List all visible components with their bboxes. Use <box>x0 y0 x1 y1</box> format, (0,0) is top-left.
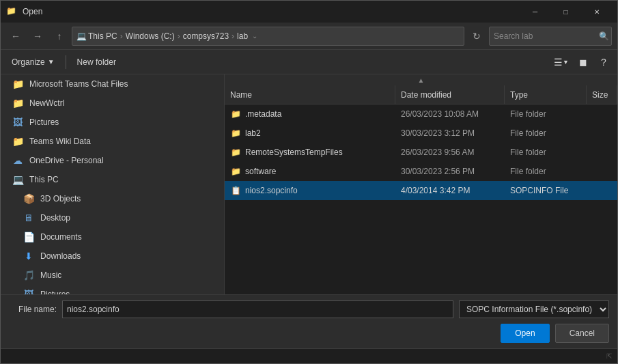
new-folder-button[interactable]: New folder <box>72 54 122 70</box>
breadcrumb-compsys: compsys723 <box>183 31 229 41</box>
filename-input[interactable] <box>62 300 453 318</box>
file-type-cell: File folder <box>505 124 587 143</box>
sidebar-item-label: Teams Wiki Data <box>29 137 91 146</box>
help-button[interactable]: ? <box>595 54 612 70</box>
wiki-icon: 📁 <box>12 135 24 148</box>
filename-row: File name: SOPC Information File (*.sopc… <box>9 300 609 318</box>
up-button[interactable]: ↑ <box>50 27 69 46</box>
back-button[interactable]: ← <box>6 27 25 46</box>
sidebar-item-newwctrl[interactable]: 📁 NewWctrl <box>1 94 224 113</box>
sidebar-item-this-pc[interactable]: 💻 This PC <box>1 170 224 189</box>
music-icon: 🎵 <box>23 269 35 281</box>
sidebar-item-desktop[interactable]: 🖥 Desktop <box>1 208 224 227</box>
file-icon: 📋 <box>230 185 241 196</box>
breadcrumb-thispc: This PC <box>88 31 117 41</box>
pictures-icon: 🖼 <box>23 288 35 294</box>
sidebar-item-label: Downloads <box>40 251 81 261</box>
sidebar-item-label: Documents <box>40 232 82 242</box>
sidebar-item-pictures-quick[interactable]: 🖼 Pictures <box>1 113 224 132</box>
filetype-select[interactable]: SOPC Information File (*.sopcinfo) All F… <box>459 300 609 318</box>
sidebar-item-3d-objects[interactable]: 📦 3D Objects <box>1 189 224 208</box>
organize-button[interactable]: Organize ▼ <box>6 54 60 70</box>
toolbar-separator <box>66 55 66 69</box>
file-list: 📁 .metadata 26/03/2023 10:08 AM File fol… <box>225 104 617 294</box>
file-name-cell: 📁 lab2 <box>225 124 395 143</box>
breadcrumb[interactable]: 💻 This PC › Windows (C:) › compsys723 › … <box>72 27 464 46</box>
file-date-cell: 30/03/2023 2:56 PM <box>395 162 505 181</box>
open-dialog: 📁 Open ─ □ ✕ ← → ↑ 💻 This PC › Windows (… <box>0 0 618 364</box>
file-date-cell: 26/03/2023 10:08 AM <box>395 104 505 124</box>
folder-icon: 📁 <box>230 147 241 158</box>
toolbar: Organize ▼ New folder ☰ ▼ ◼ ? <box>1 50 617 74</box>
sidebar-item-documents[interactable]: 📄 Documents <box>1 227 224 247</box>
file-name-cell: 📁 RemoteSystemsTempFiles <box>225 143 395 162</box>
view-list-button[interactable]: ☰ ▼ <box>552 54 571 70</box>
file-type-cell: File folder <box>505 162 587 181</box>
sidebar-item-label: Pictures <box>40 290 70 294</box>
col-header-date[interactable]: Date modified <box>395 85 505 104</box>
file-type-cell: SOPCINFO File <box>505 181 587 200</box>
window-controls: ─ □ ✕ <box>520 1 612 23</box>
file-size-cell <box>587 181 617 200</box>
refresh-button[interactable]: ↻ <box>467 27 486 46</box>
file-type-cell: File folder <box>505 143 587 162</box>
col-header-name[interactable]: Name <box>225 85 395 104</box>
file-size-cell <box>587 104 617 124</box>
sidebar-item-label: Desktop <box>40 213 70 223</box>
open-button[interactable]: Open <box>501 324 549 343</box>
minimize-button[interactable]: ─ <box>520 1 550 23</box>
sidebar-item-microsoft-teams[interactable]: 📁 Microsoft Teams Chat Files <box>1 74 224 94</box>
close-button[interactable]: ✕ <box>581 1 612 23</box>
folder-icon: 📁 <box>230 109 241 120</box>
cloud-icon: ☁ <box>12 154 24 167</box>
sidebar-item-label: Pictures <box>29 117 59 127</box>
sidebar-item-onedrive[interactable]: ☁ OneDrive - Personal <box>1 151 224 170</box>
sidebar-item-downloads[interactable]: ⬇ Downloads <box>1 247 224 266</box>
table-row[interactable]: 📁 software 30/03/2023 2:56 PM File folde… <box>225 162 617 181</box>
view-details-button[interactable]: ◼ <box>574 54 593 70</box>
file-pane: ▲ Name Date modified Type Size 📁 <box>225 74 617 294</box>
file-name-cell: 📁 software <box>225 162 395 181</box>
breadcrumb-pc-icon: 💻 <box>76 31 87 41</box>
forward-button[interactable]: → <box>28 27 47 46</box>
dialog-icon: 📁 <box>6 6 17 17</box>
table-row[interactable]: 📋 nios2.sopcinfo 4/03/2014 3:42 PM SOPCI… <box>225 181 617 200</box>
scroll-up-indicator: ▲ <box>225 74 617 85</box>
maximize-button[interactable]: □ <box>550 1 581 23</box>
sidebar-item-teams-wiki[interactable]: 📁 Teams Wiki Data <box>1 132 224 151</box>
breadcrumb-lab: lab <box>237 31 248 41</box>
table-row[interactable]: 📁 .metadata 26/03/2023 10:08 AM File fol… <box>225 104 617 124</box>
file-type-cell: File folder <box>505 104 587 124</box>
table-row[interactable]: 📁 lab2 30/03/2023 3:12 PM File folder <box>225 124 617 143</box>
sidebar-item-label: This PC <box>29 175 59 184</box>
col-header-type[interactable]: Type <box>505 85 587 104</box>
sidebar-item-music[interactable]: 🎵 Music <box>1 266 224 285</box>
sidebar-item-label: NewWctrl <box>29 98 64 108</box>
nav-bar: ← → ↑ 💻 This PC › Windows (C:) › compsys… <box>1 23 617 50</box>
main-content: 📁 Microsoft Teams Chat Files 📁 NewWctrl … <box>1 74 617 294</box>
downloads-icon: ⬇ <box>23 250 35 262</box>
table-row[interactable]: 📁 RemoteSystemsTempFiles 26/03/2023 9:56… <box>225 143 617 162</box>
folder-icon: 📦 <box>23 193 35 205</box>
sidebar-item-pictures[interactable]: 🖼 Pictures <box>1 285 224 294</box>
folder-icon: 📁 <box>12 78 24 90</box>
file-list-header: Name Date modified Type Size <box>225 85 617 104</box>
status-bar: ⇱ <box>1 348 617 363</box>
filename-label: File name: <box>9 305 57 314</box>
search-icon: 🔍 <box>599 31 609 41</box>
file-size-cell <box>587 124 617 143</box>
cancel-button[interactable]: Cancel <box>555 324 609 343</box>
title-bar: 📁 Open ─ □ ✕ <box>1 1 617 23</box>
sidebar-item-label: OneDrive - Personal <box>29 156 104 165</box>
col-header-size[interactable]: Size <box>587 85 617 104</box>
file-size-cell <box>587 162 617 181</box>
documents-icon: 📄 <box>23 231 35 243</box>
folder-icon: 📁 <box>12 97 24 109</box>
sidebar-item-label: Microsoft Teams Chat Files <box>29 79 128 89</box>
file-name-cell: 📁 .metadata <box>225 104 395 124</box>
file-date-cell: 30/03/2023 3:12 PM <box>395 124 505 143</box>
desktop-icon: 🖥 <box>23 212 35 224</box>
search-input[interactable] <box>494 31 596 41</box>
file-size-cell <box>587 143 617 162</box>
file-date-cell: 4/03/2014 3:42 PM <box>395 181 505 200</box>
